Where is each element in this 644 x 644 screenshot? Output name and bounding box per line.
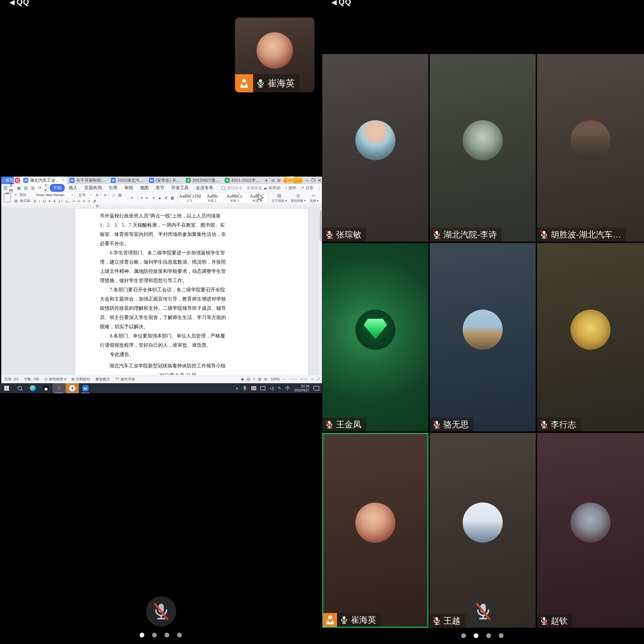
font-size-select[interactable]: 五号▾: [77, 192, 94, 198]
menu-action-协作[interactable]: ◔协作: [285, 185, 296, 191]
page-dot-1[interactable]: [474, 633, 478, 638]
ribbon-tool-查找替换[interactable]: ◎查找替换 ▾: [291, 193, 306, 203]
menu-tab-章节[interactable]: 章节: [152, 184, 167, 192]
floating-speaker-tile[interactable]: 崔海英: [235, 18, 314, 92]
mute-toggle-button[interactable]: [146, 596, 176, 626]
tray-expand-chevron[interactable]: ∧: [235, 386, 238, 391]
paragraph-icons[interactable]: ⋮≡ ⋮≡ ⇤ ⇥ ▲ ⇵ ▦: [126, 196, 175, 200]
page-indicator-dots[interactable]: [461, 633, 503, 638]
minimize-button[interactable]: ─: [304, 176, 310, 184]
status-文档校对[interactable]: ⊠文档校对: [71, 377, 90, 382]
participant-tile-崔海英[interactable]: 崔海英: [322, 433, 428, 628]
participant-tile-李行志[interactable]: 李行志: [537, 243, 644, 432]
ribbon-tool-选择[interactable]: ▻选择 ▾: [310, 193, 319, 203]
font-family-select[interactable]: Times New Roman▾: [34, 192, 75, 198]
zoom-out-button[interactable]: −: [283, 377, 285, 381]
taskbar-search-button[interactable]: [13, 383, 26, 393]
redo-icon[interactable]: ↻ ▾: [43, 183, 49, 193]
taskbar-clock[interactable]: 20:35 2022/9/27: [294, 384, 309, 392]
page-dot-2[interactable]: [165, 633, 169, 637]
more-menu-icon[interactable]: ⋮: [317, 185, 322, 190]
menu-tab-开发工具[interactable]: 开发工具: [168, 184, 192, 192]
page-dot-0[interactable]: [140, 633, 144, 637]
edge-browser-button[interactable]: [26, 383, 39, 393]
document-tab[interactable]: S2021-2022学…: [222, 176, 263, 184]
menu-tab-开始[interactable]: 开始: [50, 184, 65, 192]
qq-back-indicator[interactable]: ◀ QQ: [331, 0, 351, 7]
cut-button[interactable]: ✂ 剪切: [14, 192, 30, 197]
status-字数: 768[interactable]: 字数: 768: [24, 377, 39, 382]
apps-grid-icon[interactable]: ⊞: [276, 176, 282, 184]
document-tab[interactable]: S20220927通…: [183, 176, 222, 184]
document-page[interactable]: 市外返校行政坐班人员“两点一线”上班，以上人员均须第1、2、3、5、7 天核酸检…: [75, 209, 308, 375]
page-dot-1[interactable]: [152, 633, 157, 637]
view-mode-icon-2[interactable]: ≡: [253, 377, 255, 381]
paragraph-style-标题 3[interactable]: AaBbC标题 3: [246, 193, 268, 203]
export-icon[interactable]: ▤: [23, 185, 29, 190]
tray-display-icon[interactable]: [260, 386, 265, 390]
menu-tab-视图[interactable]: 视图: [137, 184, 152, 192]
status-兼容模式[interactable]: 兼容模式: [95, 377, 110, 382]
undo-icon[interactable]: ↺: [37, 185, 42, 190]
participant-tile-骆无思[interactable]: 骆无思: [430, 243, 536, 432]
page-dot-0[interactable]: [461, 633, 466, 638]
horizontal-ruler[interactable]: [1, 204, 319, 208]
status-缺失字体[interactable]: T?缺失字体: [115, 377, 135, 382]
restore-button[interactable]: ❐: [310, 176, 316, 184]
page-dot-2[interactable]: [486, 633, 491, 638]
participant-tile-赵钦[interactable]: 赵钦: [537, 433, 644, 628]
tray-mic-icon[interactable]: [243, 386, 247, 391]
page-indicator-dots[interactable]: [140, 633, 182, 637]
status-页面: 2/2[interactable]: 页面: 2/2: [4, 377, 19, 382]
tray-pen-icon[interactable]: ✎: [278, 386, 281, 391]
page-dot-3[interactable]: [499, 633, 503, 638]
close-button[interactable]: ✕: [316, 176, 322, 184]
paste-button[interactable]: [4, 193, 11, 202]
participant-tile-胡胜波-湖北汽车…[interactable]: 胡胜波-湖北汽车…: [537, 54, 644, 241]
view-mode-icon-4[interactable]: ⊞: [264, 377, 267, 381]
tab-close-icon[interactable]: ×: [62, 178, 64, 183]
save-icon[interactable]: ▣: [16, 185, 22, 190]
status-拼写检查 ▾[interactable]: ☑拼写检查 ▾: [44, 377, 66, 382]
command-search[interactable]: 查找命令、搜索模板: [221, 185, 262, 190]
menu-tab-会员专享[interactable]: 会员专享: [192, 184, 216, 192]
new-tab-button[interactable]: +: [263, 176, 270, 184]
qq-app-button[interactable]: [39, 383, 53, 393]
view-mode-icon-3[interactable]: ▥: [258, 377, 261, 381]
menu-tab-插入[interactable]: 插入: [65, 184, 80, 192]
start-button[interactable]: [0, 383, 13, 393]
file-menu[interactable]: ☰ 文件: [3, 182, 13, 194]
menu-tab-页面布局[interactable]: 页面布局: [81, 184, 105, 192]
view-mode-icon-1[interactable]: ▤: [247, 377, 250, 381]
fullscreen-icon[interactable]: ⤢: [317, 377, 319, 381]
zoom-in-button[interactable]: +: [311, 377, 313, 381]
font-tools-icons[interactable]: A⁺ A⁻ ◇ ▨: [96, 193, 123, 197]
notification-center-icon[interactable]: [314, 386, 319, 391]
meeting-share-app-button[interactable]: [66, 383, 79, 393]
tencent-meeting-button[interactable]: [79, 383, 92, 393]
vertical-scrollbar[interactable]: [319, 209, 322, 374]
menu-tab-审阅[interactable]: 审阅: [121, 184, 136, 192]
participant-tile-王金凤[interactable]: 王金凤: [322, 243, 428, 432]
paragraph-style-标题 1[interactable]: AaBb标题 1: [201, 193, 223, 203]
login-button[interactable]: 立即登录: [283, 177, 303, 183]
participant-tile-张琮敏[interactable]: 张琮敏: [322, 54, 428, 241]
menu-tab-引用[interactable]: 引用: [105, 184, 120, 192]
view-mode-icon-0[interactable]: ◉: [241, 377, 244, 381]
document-tab[interactable]: W(发学生) 关…: [146, 176, 183, 184]
mute-toggle-button[interactable]: [468, 596, 498, 626]
menu-action-未同步[interactable]: ☁未同步: [263, 185, 281, 191]
paragraph-style-标题 2[interactable]: AaBbCc标题 2: [223, 193, 246, 203]
print-icon[interactable]: ▥: [30, 185, 36, 190]
participant-tile-湖北汽院-李诗[interactable]: 湖北汽院-李诗: [430, 54, 536, 241]
zoom-knob[interactable]: [297, 378, 300, 381]
document-tab[interactable]: W2022湖北汽…: [108, 176, 146, 184]
page-dot-3[interactable]: [177, 633, 182, 637]
paragraph-style-正文[interactable]: AaBbCcDd正文: [179, 193, 201, 203]
wps-app-button[interactable]: W: [53, 383, 66, 393]
format-painter-button[interactable]: ▨ 格式刷: [14, 198, 30, 203]
ribbon-tool-文字排版[interactable]: ▤文字排版 ▾: [272, 193, 287, 203]
input-method-indicator[interactable]: 中: [285, 385, 290, 392]
document-tab[interactable]: W关于开展秋防…: [67, 176, 108, 184]
menu-action-分享[interactable]: ↗分享: [301, 185, 313, 191]
